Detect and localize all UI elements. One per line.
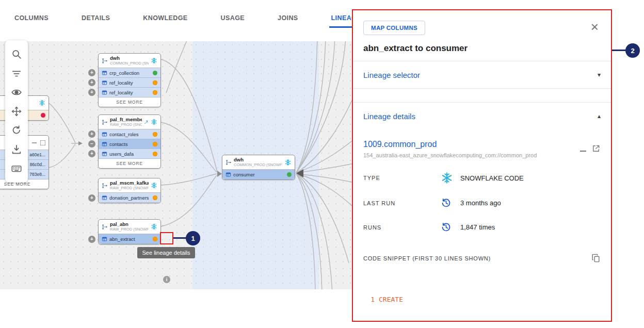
status-dot-green (287, 172, 292, 177)
snowflake-icon (151, 57, 157, 64)
annotation-connector-1 (173, 237, 187, 239)
table-icon (102, 195, 107, 201)
status-dot-orange (153, 195, 157, 200)
column-row[interactable]: + contact_roles (99, 129, 160, 139)
expand-button[interactable]: + (88, 89, 95, 96)
lineage-tooltip: See lineage details (137, 247, 195, 258)
column-row[interactable]: + users_dafa (99, 149, 160, 159)
panel-title: abn_extract to consumer (363, 43, 601, 54)
field-row-type: TYPE SNOWFLAKE CODE (363, 172, 601, 184)
branch-icon (102, 224, 108, 230)
lineage-selector-row[interactable]: Lineage selector ▾ (363, 61, 601, 88)
node-pal-abn[interactable]: pal_abn RAW_PROD (SNOWFLAKE C) + abn_ext… (98, 219, 161, 244)
branch-icon (102, 119, 108, 125)
code-snippet: 1CREATE 2OR REPLACE TABLE COMMON_PROD.DW… (363, 272, 601, 322)
field-label: LAST RUN (363, 200, 441, 206)
node-qualifier: RAW_PROD (SNOWFLAKE C) (110, 122, 142, 127)
node-qualifier: RAW_PROD (SNOWFLAKE C) (110, 227, 149, 232)
code-snippet-header: CODE SNIPPET (FIRST 30 LINES SHOWN) (363, 255, 491, 261)
history-icon (441, 222, 452, 233)
expand-button[interactable]: + (88, 236, 95, 243)
chevron-down-icon[interactable]: ▾ (598, 71, 601, 78)
lineage-details-row[interactable]: Lineage details ▴ (363, 103, 601, 129)
tab-usage[interactable]: USAGE (219, 9, 247, 28)
snowflake-icon (151, 182, 157, 189)
tab-joins[interactable]: JOINS (276, 9, 300, 28)
status-dot-red (41, 113, 45, 118)
status-dot-orange (153, 237, 157, 241)
lineage-info-icon[interactable]: i (163, 276, 170, 283)
column-row[interactable]: + donation_partners (99, 193, 160, 203)
chevron-up-icon[interactable]: ▴ (598, 112, 601, 120)
see-more-button[interactable]: SEE MORE (99, 97, 160, 107)
close-icon[interactable]: × (589, 21, 601, 33)
snowflake-icon (151, 223, 157, 230)
node-title: dwh (110, 56, 149, 61)
tab-bar: COLUMNS DETAILS KNOWLEDGE USAGE JOINS LI… (0, 0, 352, 32)
filter-icon[interactable] (10, 67, 23, 80)
expand-button[interactable]: + (88, 79, 95, 86)
keyboard-icon[interactable] (10, 162, 23, 175)
table-icon (226, 172, 231, 177)
refresh-icon[interactable] (10, 124, 23, 137)
column-label: contact_roles (109, 132, 151, 137)
collapse-icon (32, 142, 37, 143)
see-more-button[interactable]: SEE MORE (99, 159, 160, 168)
branch-icon (102, 183, 108, 189)
status-dot-orange (153, 80, 157, 85)
tab-details[interactable]: DETAILS (79, 9, 112, 28)
column-label: ref_locality (109, 90, 151, 95)
branch-icon (102, 58, 108, 64)
expand-button[interactable]: + (88, 150, 95, 157)
tab-columns[interactable]: COLUMNS (12, 9, 51, 28)
lineage-canvas[interactable]: a60e1... 86c0d... 783e8... SEE MORE dwh … (0, 41, 352, 289)
lineage-details-label: Lineage details (363, 112, 415, 121)
column-row-selected[interactable]: consumer (222, 170, 295, 179)
table-icon (102, 90, 107, 95)
column-row[interactable]: + ref_locality (99, 88, 160, 97)
expand-button[interactable]: + (88, 69, 95, 76)
tab-knowledge[interactable]: KNOWLEDGE (141, 9, 189, 28)
field-label: RUNS (363, 224, 441, 231)
node-qualifier: COMMON_PROD (SNOWFLAKE C) (234, 162, 282, 167)
table-icon (102, 236, 107, 242)
node-title: pal_ft_member (110, 117, 142, 122)
expand-button[interactable]: + (88, 130, 95, 138)
hash-label: a60e1... (29, 152, 45, 157)
selection-box-icon (40, 140, 45, 145)
column-label: ref_locality (109, 80, 151, 86)
column-label: contacts (109, 141, 151, 147)
annotation-badge-2: 2 (625, 43, 640, 58)
node-pal-mscm-kafka[interactable]: pal_mscm_kafka RAW_PROD (SNOWFLAKE C) + … (98, 178, 161, 203)
open-in-new-icon[interactable] (591, 144, 601, 153)
status-dot-orange (153, 132, 157, 137)
lineage-app: COLUMNS DETAILS KNOWLEDGE USAGE JOINS LI… (0, 0, 644, 328)
column-label: users_dafa (109, 151, 151, 157)
column-row-selected[interactable]: + abn_extract (99, 234, 160, 244)
node-title: dwh (234, 157, 282, 162)
download-icon[interactable] (10, 143, 23, 156)
collapse-button[interactable]: − (88, 140, 95, 147)
move-icon[interactable] (10, 105, 23, 118)
node-dwh-consumer[interactable]: dwh COMMON_PROD (SNOWFLAKE C) consumer (222, 155, 295, 180)
history-icon (441, 198, 452, 208)
process-link[interactable]: 1009.common_prod (363, 140, 437, 149)
search-icon[interactable] (10, 47, 23, 61)
node-qualifier: COMMON_PROD (SNOWFLAKE C (110, 61, 149, 65)
minimize-icon[interactable] (580, 151, 586, 152)
copy-icon[interactable] (591, 253, 601, 263)
column-row[interactable]: + ref_locality (99, 78, 160, 88)
node-title: pal_abn (110, 222, 149, 227)
lineage-details-panel: MAP COLUMNS × abn_extract to consumer Li… (352, 9, 612, 322)
node-pal-ft-member[interactable]: pal_ft_member RAW_PROD (SNOWFLAKE C) + c… (98, 114, 161, 169)
column-row-selected[interactable]: − contacts (99, 139, 160, 149)
field-value: SNOWFLAKE CODE (460, 174, 524, 182)
column-row[interactable]: + crp_collection (99, 68, 160, 78)
snowflake-icon (441, 172, 453, 184)
map-columns-button[interactable]: MAP COLUMNS (363, 21, 425, 35)
visibility-icon[interactable] (10, 86, 23, 99)
code-line: 1CREATE (363, 294, 601, 305)
expand-button[interactable]: + (88, 194, 95, 202)
field-row-last-run: LAST RUN 3 months ago (363, 198, 601, 208)
node-dwh-common-prod[interactable]: dwh COMMON_PROD (SNOWFLAKE C + crp_colle… (98, 53, 161, 107)
